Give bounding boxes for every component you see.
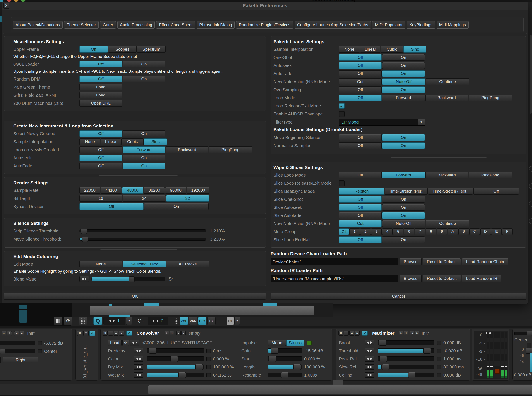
option-on[interactable]: On xyxy=(382,236,425,243)
increase-icon[interactable] xyxy=(85,278,87,280)
prev-preset-icon[interactable]: ◀ xyxy=(14,331,19,336)
ab-a-button[interactable]: A xyxy=(165,331,169,335)
record-mode-button[interactable] xyxy=(79,317,87,325)
ok-button[interactable]: OK xyxy=(4,293,266,299)
param-slider[interactable] xyxy=(378,373,434,378)
param-checkbox[interactable] xyxy=(437,341,441,345)
option-all-tracks[interactable]: All Tracks xyxy=(166,261,209,268)
option-off[interactable]: Off xyxy=(339,204,382,211)
param-slider[interactable] xyxy=(378,348,434,353)
loop-pattern-button[interactable]: ⟳ xyxy=(64,317,72,325)
instrument-list-item[interactable] xyxy=(19,310,28,323)
checkbox-enable-ahdsr-envelope[interactable] xyxy=(339,111,345,117)
param-slider[interactable] xyxy=(378,365,434,369)
param-slider[interactable] xyxy=(268,356,302,361)
param-stepper[interactable] xyxy=(365,340,374,345)
increase-icon[interactable] xyxy=(139,374,141,376)
slider-handle[interactable] xyxy=(281,372,289,378)
decrease-icon[interactable] xyxy=(367,349,369,352)
close-icon[interactable]: ✕ xyxy=(103,331,108,336)
checkbox-loop-release-exit-mode[interactable]: ✓ xyxy=(339,103,345,109)
option-off[interactable]: Off xyxy=(339,70,382,77)
decrease-icon[interactable] xyxy=(82,278,84,280)
option-selected-track[interactable]: Selected Track xyxy=(123,261,166,268)
refresh-icon[interactable]: ⟳ xyxy=(122,340,129,346)
param-checkbox[interactable] xyxy=(437,357,441,361)
param-checkbox[interactable] xyxy=(206,357,211,361)
backdrop-knob-icon[interactable] xyxy=(529,166,532,172)
option-5[interactable]: 5 xyxy=(393,228,404,235)
minimize-icon[interactable]: _ xyxy=(344,331,349,336)
option-on[interactable]: On xyxy=(123,155,165,161)
option-off[interactable]: Off xyxy=(79,203,144,210)
button-fragment[interactable] xyxy=(0,357,1,363)
toggle-dly[interactable]: DLY xyxy=(198,317,206,325)
increase-icon[interactable] xyxy=(370,358,372,360)
quantize-toggle-button[interactable]: Q xyxy=(93,317,102,325)
param-slider[interactable] xyxy=(378,340,434,345)
pattern-follow-button[interactable] xyxy=(54,317,62,325)
quantize-dropdown-button[interactable]: ▼ xyxy=(126,317,132,325)
ab-a-button[interactable]: A xyxy=(399,331,403,335)
param-stepper[interactable] xyxy=(134,356,143,361)
option-6[interactable]: 6 xyxy=(404,228,414,235)
param-checkbox[interactable] xyxy=(38,341,42,345)
threshold-slider[interactable] xyxy=(79,229,206,233)
slider-handle[interactable] xyxy=(423,348,431,354)
splitter[interactable] xyxy=(391,157,487,158)
option-on[interactable]: On xyxy=(382,87,425,93)
option-off[interactable]: Off xyxy=(79,76,122,82)
option-7[interactable]: 7 xyxy=(415,228,425,235)
move-right-icon[interactable]: ▶ xyxy=(355,331,360,336)
load-button[interactable]: Load xyxy=(79,92,122,99)
param-slider[interactable] xyxy=(268,365,302,369)
decrease-icon[interactable] xyxy=(367,358,369,360)
option-on[interactable]: On xyxy=(382,70,425,77)
sample-scrollbar[interactable] xyxy=(90,306,314,315)
param-checkbox[interactable] xyxy=(437,373,441,377)
tab-gater[interactable]: Gater xyxy=(100,21,116,29)
slider-handle[interactable] xyxy=(170,356,178,362)
load-random-chain-button[interactable]: Load Random Chain xyxy=(462,258,508,265)
increase-icon[interactable] xyxy=(139,366,141,368)
option-backward[interactable]: Backward xyxy=(425,94,468,101)
option-pingpong[interactable]: PingPong xyxy=(209,146,252,153)
option-linear[interactable]: Linear xyxy=(360,46,380,52)
increase-icon[interactable] xyxy=(157,320,159,322)
backdrop-knob-icon[interactable] xyxy=(529,218,532,224)
option-off[interactable]: Off xyxy=(339,54,382,61)
option-scopes[interactable]: Scopes xyxy=(108,46,137,52)
slider-handle[interactable] xyxy=(269,356,276,362)
tab-randomize-plugins-devices[interactable]: Randomize Plugins/Devices xyxy=(236,21,293,29)
option-off[interactable]: Off xyxy=(79,146,122,153)
reset-to-default-button[interactable]: Reset to Default xyxy=(423,275,461,282)
option-96000[interactable]: 96000 xyxy=(165,187,186,194)
tab-audio-processing[interactable]: Audio Processing xyxy=(117,21,155,29)
option-c[interactable]: C xyxy=(469,228,480,235)
backdrop-knob-icon[interactable] xyxy=(529,183,532,189)
decrease-icon[interactable] xyxy=(367,366,369,368)
option-continue[interactable]: Continue xyxy=(426,220,469,227)
option-4[interactable]: 4 xyxy=(382,228,393,235)
option-off[interactable]: Off xyxy=(339,172,382,178)
option-f[interactable]: F xyxy=(502,228,513,235)
param-stepper[interactable] xyxy=(134,373,143,378)
fx-disabled-button[interactable]: FX xyxy=(226,317,234,325)
device-enabled-checkbox[interactable]: ✓ xyxy=(126,331,132,336)
option-a[interactable]: A xyxy=(448,228,458,235)
option-mono[interactable]: Mono xyxy=(268,340,286,346)
slider-handle[interactable] xyxy=(294,364,301,370)
slider-handle[interactable] xyxy=(380,356,387,362)
param-stepper[interactable] xyxy=(134,348,143,353)
param-checkbox[interactable] xyxy=(206,373,211,377)
option-linear[interactable]: Linear xyxy=(101,138,121,145)
option-backward[interactable]: Backward xyxy=(425,172,468,178)
path-input[interactable]: DeviceChains/ xyxy=(271,258,399,265)
option-none[interactable]: None xyxy=(339,46,360,52)
scroll-notch[interactable] xyxy=(333,380,343,385)
option-continue[interactable]: Continue xyxy=(426,78,469,85)
option-off[interactable]: Off xyxy=(339,236,382,243)
param-checkbox[interactable] xyxy=(206,349,211,353)
increase-icon[interactable] xyxy=(370,349,372,352)
option-on[interactable]: On xyxy=(382,142,425,149)
